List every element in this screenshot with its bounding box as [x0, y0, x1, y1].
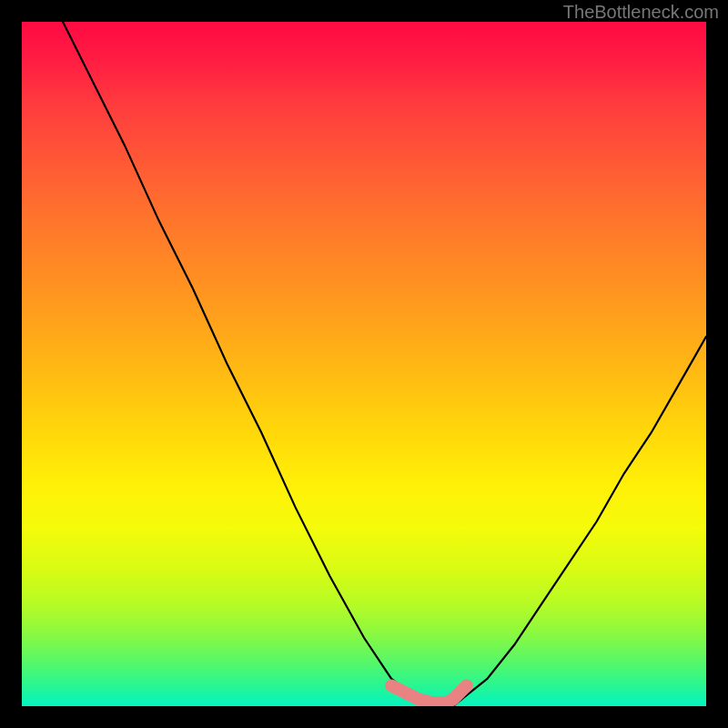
watermark-label: TheBottleneck.com	[563, 2, 719, 23]
chart-frame: TheBottleneck.com	[0, 0, 728, 728]
chart-heatmap-background	[22, 22, 706, 706]
